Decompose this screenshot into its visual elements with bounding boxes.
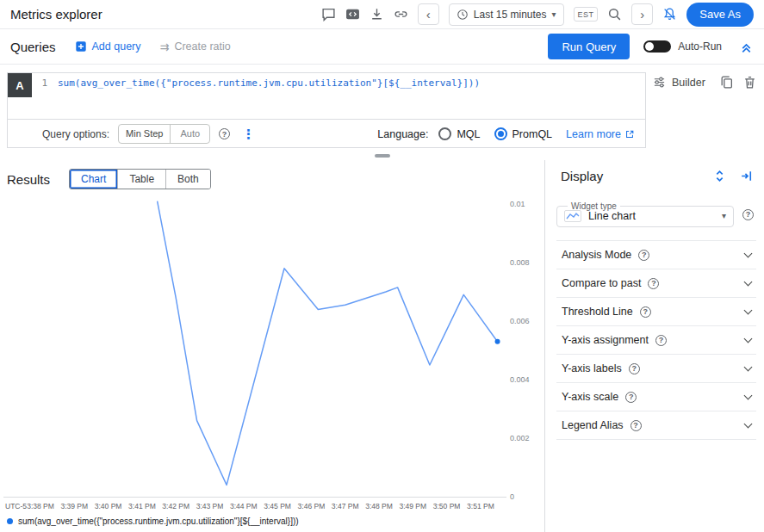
section-label: Y-axis labels [562, 362, 622, 374]
auto-run-toggle[interactable] [643, 40, 671, 53]
x-axis-tick-label: 3:46 PM [293, 502, 329, 510]
section-label: Compare to past [562, 277, 641, 289]
query-letter-chip[interactable]: A [8, 73, 32, 97]
save-as-button[interactable]: Save As [686, 3, 754, 27]
feedback-icon[interactable] [321, 7, 336, 22]
min-step-control: Min Step Auto [118, 124, 210, 144]
auto-run-label: Auto-Run [678, 40, 722, 53]
legend-dot-icon [7, 518, 13, 524]
query-code-editor[interactable]: 1 sum(avg_over_time({"process.runtime.jv… [32, 73, 645, 119]
caret-down-icon: ▾ [552, 9, 556, 19]
builder-toggle[interactable]: Builder [653, 76, 705, 89]
help-icon[interactable]: ? [638, 250, 649, 261]
help-icon[interactable]: ? [742, 209, 754, 220]
tab-both[interactable]: Both [165, 170, 210, 189]
metrics-explorer-app: Metrics explorer ‹ Last 15 minutes ▾ [0, 0, 764, 532]
caret-down-icon: ▾ [722, 211, 726, 220]
x-axis-labels: 3:38 PM3:39 PM3:40 PM3:41 PM3:42 PM3:43 … [0, 502, 544, 512]
create-ratio-button[interactable]: ⇉ Create ratio [160, 40, 231, 53]
min-step-label: Min Step [119, 125, 171, 143]
chevron-down-icon [744, 334, 753, 343]
section-y-axis-labels[interactable]: Y-axis labels ? [556, 355, 756, 383]
queries-title: Queries [10, 40, 56, 54]
x-axis-tick-label: 3:43 PM [192, 502, 228, 510]
timezone-badge[interactable]: EST [574, 7, 599, 22]
link-icon[interactable] [394, 7, 408, 22]
help-icon[interactable]: ? [625, 392, 637, 403]
promql-label: PromQL [512, 128, 553, 140]
section-y-axis-assignment[interactable]: Y-axis assignment ? [556, 326, 756, 355]
clock-icon [457, 9, 469, 21]
legend-series-label: sum(avg_over_time({"process.runtime.jvm.… [18, 517, 299, 526]
radio-selected-icon [494, 127, 507, 140]
collapse-panel-icon[interactable] [739, 169, 754, 183]
help-icon[interactable]: ? [648, 278, 659, 289]
help-icon[interactable]: ? [655, 335, 667, 346]
learn-more-link[interactable]: Learn more [566, 128, 635, 140]
language-option-promql[interactable]: PromQL [494, 127, 553, 140]
download-icon[interactable] [370, 7, 384, 22]
section-y-axis-scale[interactable]: Y-axis scale ? [556, 383, 756, 411]
editor-side-toolbar: Builder [653, 75, 757, 90]
section-compare-to-past[interactable]: Compare to past ? [556, 269, 756, 298]
query-options-row: Query options: Min Step Auto ? ⋮ Languag… [8, 119, 645, 148]
chevron-right-icon: › [640, 8, 644, 21]
chevron-down-icon [744, 362, 753, 371]
top-bar: Metrics explorer ‹ Last 15 minutes ▾ [0, 0, 764, 29]
x-axis-tick-label: 3:44 PM [226, 502, 262, 510]
section-analysis-mode[interactable]: Analysis Mode ? [556, 241, 756, 269]
section-threshold-line[interactable]: Threshold Line ? [556, 298, 756, 326]
svg-text:0.004: 0.004 [510, 375, 530, 384]
top-bar-actions: ‹ Last 15 minutes ▾ EST › Save As [321, 3, 754, 27]
query-options-label: Query options: [42, 128, 109, 140]
time-range-value: Last 15 minutes [474, 9, 547, 21]
add-query-button[interactable]: Add query [75, 40, 141, 53]
delete-icon[interactable] [742, 75, 757, 90]
tune-icon [653, 76, 666, 89]
unfold-more-icon[interactable] [712, 169, 727, 183]
search-icon[interactable] [607, 7, 622, 22]
resize-drag-handle[interactable] [375, 154, 390, 158]
language-option-mql[interactable]: MQL [438, 127, 480, 140]
tab-table[interactable]: Table [117, 170, 165, 189]
svg-text:0.002: 0.002 [510, 434, 530, 442]
display-header-icons [712, 169, 754, 183]
section-label: Y-axis assignment [562, 334, 649, 346]
chevron-down-icon [744, 306, 753, 314]
copy-icon[interactable] [719, 75, 734, 90]
time-back-button[interactable]: ‹ [418, 3, 439, 25]
display-accordion: Analysis Mode ? Compare to past ? Thresh… [556, 240, 756, 440]
section-legend-alias[interactable]: Legend Alias ? [556, 411, 756, 440]
more-options-icon[interactable]: ⋮ [239, 127, 258, 142]
chevron-down-icon [744, 391, 753, 399]
x-axis-tick-label: 3:51 PM [463, 502, 499, 510]
time-range-dropdown[interactable]: Last 15 minutes ▾ [449, 3, 564, 26]
results-chart-svg[interactable]: 00.0020.0040.0060.0080.01 [2, 200, 537, 506]
run-query-button[interactable]: Run Query [548, 34, 630, 59]
help-icon[interactable]: ? [219, 128, 230, 139]
x-axis-tick-label: 3:39 PM [56, 502, 92, 510]
tab-chart[interactable]: Chart [70, 170, 117, 189]
collapse-section-icon[interactable] [739, 40, 754, 54]
svg-text:0: 0 [510, 492, 514, 501]
chart-legend-item[interactable]: sum(avg_over_time({"process.runtime.jvm.… [7, 517, 299, 526]
x-axis-tick-label: 3:42 PM [158, 502, 194, 510]
query-editor-card: A 1 sum(avg_over_time({"process.runtime.… [7, 72, 646, 148]
section-label: Y-axis scale [562, 391, 618, 403]
help-icon[interactable]: ? [630, 420, 642, 431]
main-area: Results Chart Table Both 00.0020.0040.00… [0, 160, 764, 532]
display-panel-header: Display [561, 169, 754, 183]
line-number: 1 [32, 77, 58, 119]
code-view-icon[interactable] [345, 7, 360, 22]
display-panel: Display Widget type [544, 160, 764, 532]
radio-unselected-icon [438, 127, 451, 140]
chevron-down-icon [744, 419, 753, 428]
help-icon[interactable]: ? [640, 306, 651, 318]
svg-text:0.006: 0.006 [510, 317, 530, 325]
widget-type-select[interactable]: Widget type Line chart ▾ [556, 201, 734, 227]
alerts-off-icon[interactable] [662, 7, 677, 22]
min-step-input[interactable]: Auto [171, 125, 209, 143]
time-forward-button[interactable]: › [631, 3, 653, 25]
help-icon[interactable]: ? [629, 363, 640, 374]
line-chart-icon [564, 210, 581, 222]
